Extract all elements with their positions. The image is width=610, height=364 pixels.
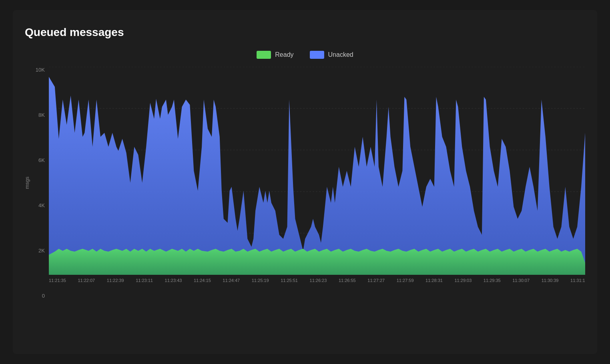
x-tick-15: 11:29:35 xyxy=(484,278,501,283)
ready-label: Ready xyxy=(275,51,293,58)
x-tick-5: 11:24:15 xyxy=(194,278,211,283)
x-tick-14: 11:29:03 xyxy=(454,278,472,283)
x-axis: 11:21:35 11:22:07 11:22:39 11:23:11 11:2… xyxy=(49,275,585,283)
x-tick-9: 11:26:23 xyxy=(310,278,327,283)
x-tick-7: 11:25:19 xyxy=(252,278,269,283)
x-tick-2: 11:22:39 xyxy=(107,278,124,283)
chart-container: Queued messages Ready Unacked msgs 10K 8… xyxy=(13,10,597,354)
y-axis-label: msgs xyxy=(24,176,30,189)
x-tick-3: 11:23:11 xyxy=(136,278,153,283)
y-tick-8k: 8K xyxy=(38,112,45,118)
x-tick-18: 11:31:1 xyxy=(570,278,585,283)
ready-area xyxy=(49,249,585,275)
y-tick-0: 0 xyxy=(42,293,45,299)
unacked-area xyxy=(49,77,585,275)
chart-area: msgs 10K 8K 6K 4K 2K 0 xyxy=(25,67,585,299)
x-tick-16: 11:30:07 xyxy=(512,278,530,283)
x-tick-13: 11:28:31 xyxy=(425,278,443,283)
y-tick-2k: 2K xyxy=(38,248,45,254)
chart-svg xyxy=(49,67,585,275)
y-axis: msgs 10K 8K 6K 4K 2K 0 xyxy=(25,67,49,299)
legend-item-ready: Ready xyxy=(257,51,293,59)
chart-title: Queued messages xyxy=(25,26,585,39)
x-tick-11: 11:27:27 xyxy=(367,278,385,283)
y-tick-10k: 10K xyxy=(36,67,45,73)
legend-item-unacked: Unacked xyxy=(310,51,353,59)
x-tick-10: 11:26:55 xyxy=(339,278,356,283)
unacked-label: Unacked xyxy=(328,51,353,58)
x-tick-12: 11:27:59 xyxy=(397,278,414,283)
legend: Ready Unacked xyxy=(25,51,585,59)
x-tick-6: 11:24:47 xyxy=(223,278,240,283)
ready-swatch xyxy=(257,51,271,59)
x-tick-17: 11:30:39 xyxy=(542,278,559,283)
y-tick-4k: 4K xyxy=(38,202,45,208)
unacked-swatch xyxy=(310,51,324,59)
y-tick-6k: 6K xyxy=(38,157,45,163)
x-tick-1: 11:22:07 xyxy=(78,278,95,283)
graph-wrapper: 11:21:35 11:22:07 11:22:39 11:23:11 11:2… xyxy=(49,67,585,299)
x-tick-4: 11:23:43 xyxy=(165,278,182,283)
x-tick-8: 11:25:51 xyxy=(281,278,298,283)
x-tick-0: 11:21:35 xyxy=(49,278,66,283)
